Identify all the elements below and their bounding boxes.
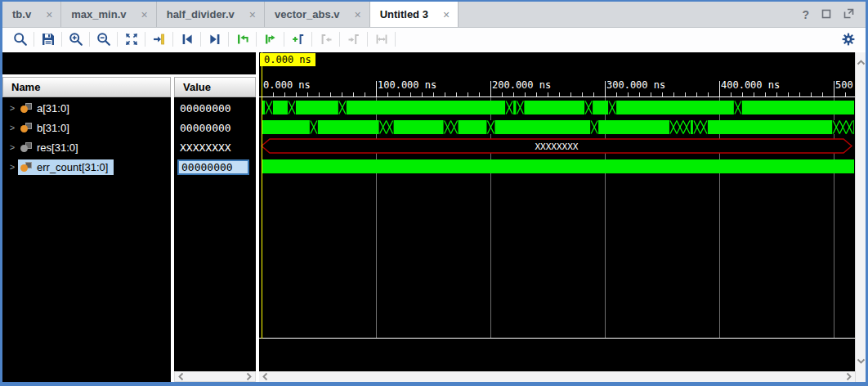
signal-row-res-31-0[interactable]: >res[31:0]: [2, 137, 171, 157]
go-to-end-button[interactable]: [204, 29, 226, 49]
previous-marker-icon: [320, 33, 333, 46]
toolbar-separator: [145, 32, 145, 47]
tab-vector-abs-v[interactable]: vector_abs.v×: [265, 2, 370, 27]
go-to-end-icon: [208, 33, 221, 46]
value-column-header[interactable]: Value: [174, 77, 256, 97]
signal-row-a-31-0[interactable]: >a[31:0]: [2, 98, 171, 118]
tab-tb-v[interactable]: tb.v×: [2, 2, 61, 27]
wave-horizontal-scrollbar[interactable]: [259, 371, 855, 382]
wave-row-a-31-0[interactable]: [259, 101, 854, 118]
signal-row-b-31-0[interactable]: >b[31:0]: [2, 118, 171, 137]
value-row-res-31-0[interactable]: XXXXXXXX: [174, 137, 256, 157]
value-row-err-count-31-0[interactable]: 00000000: [174, 157, 256, 177]
tab-close-icon[interactable]: ×: [46, 8, 52, 21]
zoom-fit-icon: [125, 33, 138, 46]
scroll-left-icon[interactable]: [177, 370, 185, 384]
ruler-tick-label: 300.000 ns: [606, 79, 665, 91]
wave-row-b-31-0[interactable]: [259, 120, 854, 137]
tab-label: vector_abs.v: [275, 8, 340, 20]
tab-label: half_divider.v: [167, 8, 235, 20]
signal-row-err-count-31-0[interactable]: >err_count[31:0]: [2, 157, 171, 177]
scroll-right-icon[interactable]: [845, 370, 852, 382]
swap-cursors-button[interactable]: [370, 29, 392, 49]
value-horizontal-scrollbar[interactable]: [174, 371, 256, 382]
help-icon[interactable]: ?: [802, 8, 809, 21]
tab-close-icon[interactable]: ×: [354, 8, 360, 21]
time-cursor-line[interactable]: [262, 52, 262, 339]
waveform-panel[interactable]: 0.000 ns 0.000 ns100.000 ns200.000 ns300…: [259, 52, 855, 382]
wave-viewer: Name >a[31:0]>b[31:0]>res[31:0]>err_coun…: [2, 51, 866, 382]
gear-icon: [842, 33, 855, 46]
tab-label: max_min.v: [71, 8, 126, 20]
previous-transition-button[interactable]: [231, 29, 253, 49]
scroll-up-icon[interactable]: [857, 55, 866, 70]
toolbar-separator: [311, 32, 312, 47]
signal-panel-body: Name >a[31:0]>b[31:0]>res[31:0]>err_coun…: [2, 77, 256, 382]
signal-panel: Name >a[31:0]>b[31:0]>res[31:0]>err_coun…: [2, 52, 256, 382]
search-button[interactable]: [9, 29, 31, 49]
add-marker-button[interactable]: [287, 29, 309, 49]
name-column: Name >a[31:0]>b[31:0]>res[31:0]>err_coun…: [2, 77, 171, 382]
wave-vertical-scrollbar[interactable]: [855, 52, 866, 382]
tab-max-min-v[interactable]: max_min.v×: [61, 2, 156, 27]
ruler-tick-label: 200.000 ns: [492, 79, 551, 91]
ruler-tick-label: 100.000 ns: [378, 79, 436, 91]
add-marker-icon: [292, 33, 305, 46]
float-window-icon[interactable]: [843, 7, 854, 22]
settings-button[interactable]: [837, 29, 859, 49]
tab-half-divider-v[interactable]: half_divider.v×: [157, 2, 265, 27]
expand-chevron-icon[interactable]: >: [7, 162, 18, 172]
go-to-time-cursor-button[interactable]: [148, 29, 170, 49]
wave-area[interactable]: 0.000 ns 0.000 ns100.000 ns200.000 ns300…: [259, 52, 855, 371]
signal-name: a[31:0]: [37, 102, 69, 114]
signal-value[interactable]: 00000000: [177, 101, 234, 115]
save-waveform-button[interactable]: [37, 29, 59, 49]
chev-down-icon: [857, 357, 866, 365]
toolbar-buttons: [9, 29, 398, 49]
scroll-left-icon[interactable]: [262, 370, 269, 382]
scroll-down-icon[interactable]: [857, 353, 866, 368]
signal-value[interactable]: XXXXXXXX: [177, 141, 234, 155]
wave-row-err-count-31-0[interactable]: [259, 159, 854, 177]
signal-value[interactable]: 00000000: [177, 159, 249, 175]
value-row-b-31-0[interactable]: 00000000: [174, 118, 256, 137]
expand-chevron-icon[interactable]: >: [7, 103, 18, 113]
signal-name-cell[interactable]: a[31:0]: [18, 101, 75, 116]
signal-name-cell[interactable]: res[31:0]: [18, 140, 84, 155]
bus-signal-icon: [20, 162, 32, 172]
toolbar-separator: [228, 32, 229, 47]
previous-marker-button[interactable]: [315, 29, 337, 49]
next-marker-button[interactable]: [342, 29, 365, 49]
wave-row-res-31-0[interactable]: XXXXXXXX: [259, 138, 854, 157]
tab-close-icon[interactable]: ×: [249, 8, 256, 21]
float-icon: [843, 8, 854, 19]
tab-untitled-3[interactable]: Untitled 3×: [370, 2, 459, 27]
chev-left-icon: [262, 372, 269, 381]
toolbar-separator: [172, 32, 173, 47]
signal-panel-top-strip: [2, 52, 256, 74]
save-waveform-icon: [42, 33, 55, 46]
scroll-right-icon[interactable]: [245, 370, 253, 384]
ruler-major-tick: [376, 81, 377, 96]
toolbar-separator: [284, 32, 284, 47]
signal-name-cell[interactable]: b[31:0]: [18, 120, 75, 136]
toolbar-separator: [395, 32, 396, 47]
zoom-in-icon: [69, 32, 83, 47]
name-column-header[interactable]: Name: [2, 77, 171, 97]
expand-chevron-icon[interactable]: >: [7, 142, 18, 152]
chev-right-icon: [245, 372, 253, 381]
tab-close-icon[interactable]: ×: [443, 8, 450, 21]
signal-name: err_count[31:0]: [37, 161, 108, 173]
signal-name-cell[interactable]: err_count[31:0]: [18, 159, 114, 175]
value-row-a-31-0[interactable]: 00000000: [174, 98, 256, 118]
tab-close-icon[interactable]: ×: [141, 8, 148, 21]
expand-chevron-icon[interactable]: >: [7, 123, 18, 132]
next-transition-button[interactable]: [259, 29, 281, 49]
go-to-start-button[interactable]: [176, 29, 198, 49]
zoom-out-button[interactable]: [92, 29, 114, 49]
zoom-fit-button[interactable]: [120, 29, 142, 49]
toolbar-separator: [200, 32, 201, 47]
restore-window-icon[interactable]: [821, 7, 831, 22]
zoom-in-button[interactable]: [65, 29, 87, 49]
signal-value[interactable]: 00000000: [177, 121, 234, 135]
